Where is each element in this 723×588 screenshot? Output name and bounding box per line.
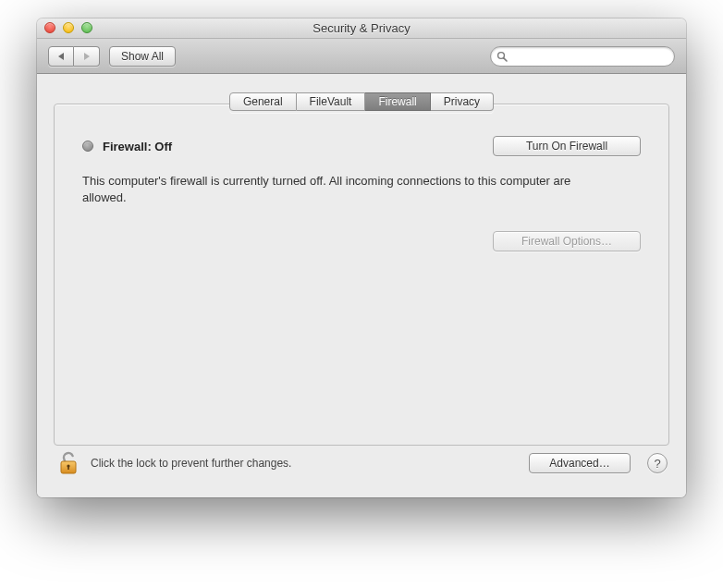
search-input[interactable]	[511, 50, 667, 63]
tab-firewall[interactable]: Firewall	[365, 92, 430, 111]
traffic-lights	[44, 22, 92, 33]
window-title: Security & Privacy	[312, 21, 410, 35]
tab-privacy[interactable]: Privacy	[431, 92, 494, 111]
minimize-button[interactable]	[63, 22, 74, 33]
tab-general[interactable]: General	[229, 92, 297, 111]
advanced-button[interactable]: Advanced…	[529, 453, 631, 473]
chevron-left-icon	[58, 53, 64, 60]
search-icon	[496, 51, 508, 62]
zoom-button[interactable]	[81, 22, 92, 33]
svg-line-1	[504, 57, 507, 60]
status-indicator-icon	[82, 141, 93, 152]
tab-filevault[interactable]: FileVault	[297, 92, 366, 111]
firewall-description: This computer's firewall is currently tu…	[82, 173, 600, 205]
lock-open-icon	[57, 451, 80, 475]
back-button[interactable]	[48, 46, 74, 67]
chevron-right-icon	[84, 53, 90, 60]
nav-segment	[48, 46, 100, 67]
forward-button[interactable]	[74, 46, 100, 67]
lock-button[interactable]	[55, 449, 81, 477]
turn-on-firewall-button[interactable]: Turn On Firewall	[493, 136, 641, 156]
svg-rect-5	[67, 466, 69, 470]
preferences-window: Security & Privacy Show All General F	[37, 18, 686, 497]
titlebar: Security & Privacy	[37, 18, 686, 39]
firewall-status-row: Firewall: Off Turn On Firewall	[82, 136, 641, 156]
search-field[interactable]	[490, 46, 675, 67]
footer: Click the lock to prevent further change…	[54, 446, 669, 484]
firewall-panel: Firewall: Off Turn On Firewall This comp…	[54, 104, 669, 446]
toolbar: Show All	[37, 39, 686, 74]
content-area: General FileVault Firewall Privacy Firew…	[37, 74, 686, 497]
tab-bar: General FileVault Firewall Privacy	[54, 92, 669, 113]
firewall-status-label: Firewall: Off	[103, 140, 172, 153]
help-button[interactable]: ?	[647, 453, 668, 473]
lock-hint-text: Click the lock to prevent further change…	[91, 457, 520, 470]
close-button[interactable]	[44, 22, 55, 33]
show-all-button[interactable]: Show All	[109, 46, 176, 67]
firewall-options-button[interactable]: Firewall Options…	[493, 231, 641, 251]
